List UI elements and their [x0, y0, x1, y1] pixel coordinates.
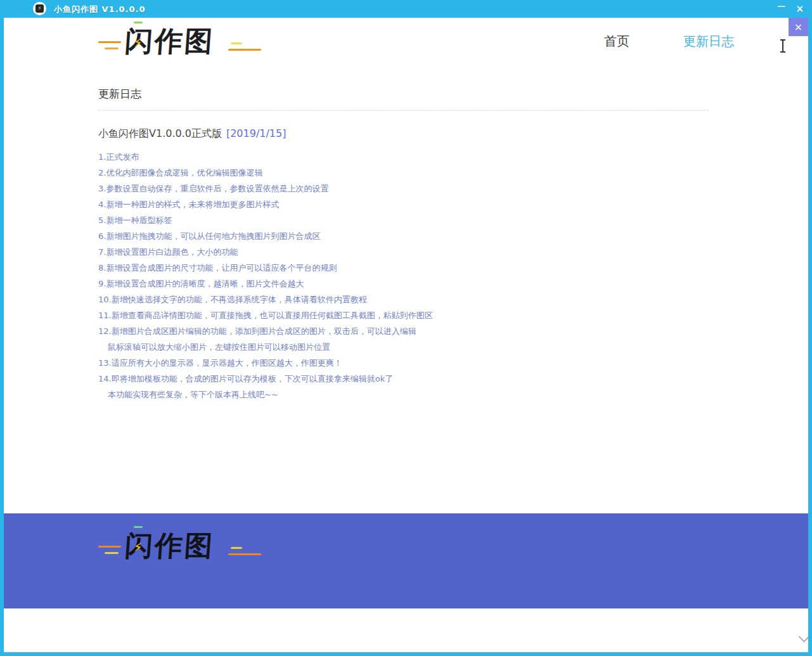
changelog-line: 10.新增快速选择文字的功能，不再选择系统字体，具体请看软件内置教程 [98, 292, 433, 307]
minimize-button[interactable]: — [777, 1, 785, 11]
nav-item-changelog[interactable]: 更新日志 [683, 33, 734, 50]
app-icon: ⚡ [33, 2, 46, 15]
speed-line [228, 49, 261, 51]
speed-line [98, 546, 121, 548]
changelog-line: 1.正式发布 [98, 149, 433, 165]
changelog-line: 14.即将增加模板功能，合成的图片可以存为模板，下次可以直接拿来编辑就ok了 [98, 371, 433, 387]
window-title: 小鱼闪作图 V1.0.0.0 [54, 4, 146, 15]
speed-line [134, 526, 143, 528]
release-version: 小鱼闪作图V1.0.0.0正式版 [98, 127, 222, 139]
speed-line [231, 547, 242, 549]
content-area: × ⚡ 闪作图 首页 更新日志 更新日志 小鱼闪作图V1.0.0.0正式版[20… [4, 18, 808, 652]
speed-line [105, 552, 119, 554]
changelog-line: 13.适应所有大小的显示器，显示器越大，作图区越大，作图更爽！ [98, 355, 433, 371]
app-logo: ⚡ 闪作图 [98, 23, 235, 62]
speed-line [105, 48, 119, 49]
speed-line [134, 22, 143, 23]
speed-line [231, 42, 242, 44]
nav-item-home[interactable]: 首页 [604, 33, 629, 50]
speed-line [98, 41, 121, 43]
changelog-line: 12.新增图片合成区图片编辑的功能，添加到图片合成区的图片，双击后，可以进入编辑 [98, 323, 433, 339]
lightning-icon: ⚡ [134, 35, 142, 49]
lightning-icon: ⚡ [35, 4, 44, 13]
changelog-line: 4.新增一种图片的样式，未来将增加更多图片样式 [98, 196, 433, 212]
speed-line [228, 553, 261, 555]
release-title: 小鱼闪作图V1.0.0.0正式版[2019/1/15] [98, 127, 286, 141]
ibeam-cursor [782, 41, 783, 51]
window-close-button[interactable]: × [796, 3, 804, 15]
changelog-line: 6.新增图片拖拽功能，可以从任何地方拖拽图片到图片合成区 [98, 228, 433, 244]
changelog-line: 2.优化内部图像合成逻辑，优化编辑图像逻辑 [98, 165, 433, 181]
chevron-down-icon[interactable] [798, 631, 808, 642]
footer-logo: ⚡ 闪作图 [98, 527, 235, 567]
footer: ⚡ 闪作图 [4, 513, 808, 608]
changelog-line: 8.新增设置合成图片的尺寸功能，让用户可以适应各个平台的规则 [98, 260, 433, 276]
page-title: 更新日志 [98, 87, 708, 111]
changelog-line: 5.新增一种盾型标签 [98, 212, 433, 228]
changelog-line: 11.新增查看商品详情图功能，可直接拖拽，也可以直接用任何截图工具截图，粘贴到作… [98, 307, 433, 323]
lightning-icon: ⚡ [134, 540, 142, 554]
changelog-line: 本功能实现有些复杂，等下个版本再上线吧~~ [98, 387, 433, 402]
app-window: ⚡ 小鱼闪作图 V1.0.0.0 — × × ⚡ 闪作图 首页 更新日志 更新日… [0, 0, 812, 656]
changelog-line: 7.新增设置图片白边颜色，大小的功能 [98, 244, 433, 260]
release-date: [2019/1/15] [226, 127, 287, 139]
changelog-list: 1.正式发布2.优化内部图像合成逻辑，优化编辑图像逻辑3.参数设置自动保存，重启… [98, 149, 433, 402]
app-close-button[interactable]: × [789, 18, 808, 36]
titlebar[interactable]: ⚡ 小鱼闪作图 V1.0.0.0 — × [0, 0, 812, 18]
changelog-line: 鼠标滚轴可以放大缩小图片，左键按住图片可以移动图片位置 [98, 339, 433, 355]
changelog-line: 9.新增设置合成图片的清晰度，越清晰，图片文件会越大 [98, 276, 433, 292]
changelog-line: 3.参数设置自动保存，重启软件后，参数设置依然是上次的设置 [98, 181, 433, 196]
